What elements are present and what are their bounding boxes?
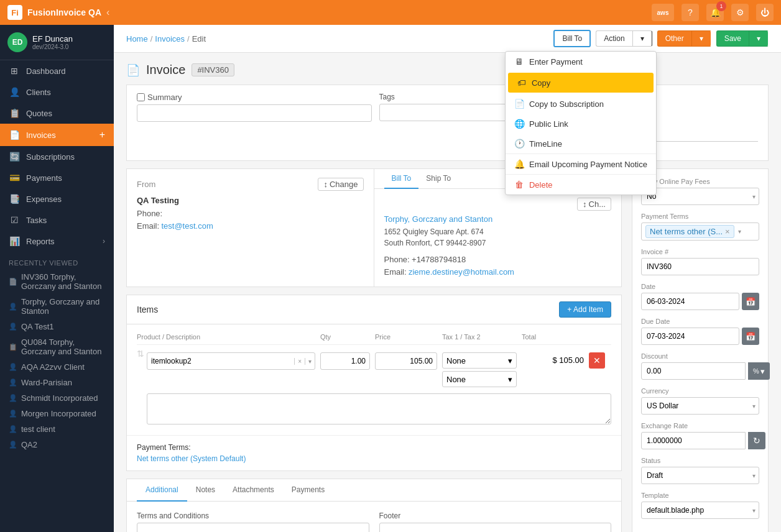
terms-footer-grid: Terms and Conditions Footer (137, 511, 611, 532)
item-tax1-select[interactable]: None▾ (442, 352, 517, 369)
tab-additional[interactable]: Additional (137, 479, 187, 502)
col-tax: Tax 1 / Tax 2 (442, 333, 517, 341)
rp-currency-select[interactable]: US Dollar (641, 397, 759, 415)
tab-payments[interactable]: Payments (283, 479, 333, 501)
save-button-group: Save ▾ (716, 30, 769, 47)
action-dropdown-toggle[interactable]: ▾ (632, 30, 652, 47)
sidebar-item-tasks[interactable]: ☑ Tasks (0, 209, 114, 231)
rp-discount-type-button[interactable]: %▾ (748, 362, 770, 380)
from-change-button[interactable]: ↕ Change (318, 178, 363, 191)
recent-item-8[interactable]: 👤 test client (0, 421, 114, 437)
from-name: QA Testing (137, 196, 364, 205)
rp-date-calendar-button[interactable]: 📅 (742, 293, 759, 310)
sidebar-item-payments[interactable]: 💳 Payments (0, 167, 114, 188)
col-product: Product / Description (137, 333, 315, 341)
dropdown-timeline[interactable]: 🕐 TimeLine (506, 134, 656, 154)
recent-item-5[interactable]: 👤 Ward-Parisian (0, 375, 114, 390)
rp-discount-input[interactable] (641, 362, 746, 380)
payment-terms-row: Payment Terms: Net terms other (System D… (127, 435, 621, 470)
sidebar-item-quotes[interactable]: 📋 Quotes (0, 103, 114, 124)
rp-status-field: Status Draft Sent Paid (641, 457, 759, 484)
settings-btn[interactable]: ⚙ (731, 4, 749, 21)
dropdown-enter-payment[interactable]: 🖥 Enter Payment (506, 52, 656, 71)
tab-attachments[interactable]: Attachments (224, 479, 283, 501)
rp-exchange-refresh-button[interactable]: ↻ (748, 432, 765, 449)
recent-item-0[interactable]: 📄 INV360 Torphy, Gorczany and Stanton (0, 269, 114, 294)
recent-item-6[interactable]: 👤 Schmidt Incorporated (0, 390, 114, 406)
breadcrumb-home[interactable]: Home (126, 34, 148, 44)
dropdown-copy[interactable]: 🏷 Copy (508, 73, 654, 93)
sidebar-item-clients[interactable]: 👤 Clients (0, 81, 114, 103)
dropdown-email-notice[interactable]: 🔔 Email Upcoming Payment Notice (506, 154, 656, 174)
item-description-textarea[interactable] (147, 393, 611, 424)
help-btn[interactable]: ? (682, 4, 699, 21)
save-dropdown-toggle[interactable]: ▾ (749, 30, 769, 47)
rp-allow-online-select[interactable]: No Yes (641, 188, 759, 205)
sidebar-item-label: Invoices (26, 131, 56, 140)
other-button[interactable]: Other (657, 30, 691, 47)
dropdown-public-link[interactable]: 🌐 Public Link (506, 114, 656, 134)
bill-to-button[interactable]: Bill To (553, 30, 591, 47)
summary-input[interactable] (137, 104, 372, 122)
recent-item-2[interactable]: 👤 QA Test1 (0, 319, 114, 334)
item-select-clear[interactable]: × (295, 358, 305, 365)
rp-due-date-input[interactable] (641, 328, 739, 345)
aws-btn[interactable]: aws (652, 4, 674, 21)
rp-exchange-field: Exchange Rate ↻ (641, 422, 759, 449)
item-product-input[interactable] (147, 357, 294, 365)
drag-handle-icon[interactable]: ⇅ (137, 349, 144, 359)
tab-bill-to[interactable]: Bill To (384, 169, 419, 189)
item-tax2-select[interactable]: None▾ (442, 371, 517, 387)
tasks-icon: ☑ (9, 215, 20, 225)
recent-item-1[interactable]: 👤 Torphy, Gorczany and Stanton (0, 294, 114, 319)
item-qty-input[interactable] (320, 352, 370, 370)
items-title: Items (137, 305, 158, 314)
add-invoice-btn[interactable]: + (99, 129, 105, 140)
table-row: ⇅ × ▾ (137, 345, 611, 430)
item-delete-button[interactable]: ✕ (589, 352, 605, 369)
terms-textarea[interactable] (137, 523, 369, 532)
payment-terms-tag-close[interactable]: × (725, 227, 730, 236)
item-price-input[interactable] (375, 352, 437, 370)
rp-invoice-num-field: Invoice # (641, 248, 759, 275)
item-row-wrapper: ⇅ × ▾ (137, 349, 611, 426)
recent-item-3[interactable]: 📋 QU084 Torphy, Gorczany and Stanton (0, 334, 114, 359)
notifications-btn[interactable]: 🔔 1 (706, 4, 724, 21)
save-button[interactable]: Save (716, 30, 749, 47)
rp-payment-terms-tags[interactable]: Net terms other (S... × ▾ (641, 222, 759, 241)
sidebar-item-subscriptions[interactable]: 🔄 Subscriptions (0, 146, 114, 167)
rp-exchange-input[interactable] (641, 432, 746, 449)
bill-to-change-button[interactable]: ↕ Ch... (577, 198, 611, 211)
rp-template-select[interactable]: default.blade.php (641, 502, 759, 519)
rp-date-input[interactable] (641, 293, 739, 310)
sidebar-item-invoices[interactable]: 📄 Invoices + (0, 124, 114, 146)
sidebar-item-reports[interactable]: 📊 Reports › (0, 231, 114, 252)
client-name[interactable]: Torphy, Gorczany and Stanton (384, 214, 612, 224)
dropdown-delete[interactable]: 🗑 Delete (506, 175, 656, 195)
sidebar-item-dashboard[interactable]: ⊞ Dashboard (0, 60, 114, 81)
rp-currency-field: Currency US Dollar (641, 387, 759, 415)
item-product-select[interactable]: × ▾ (147, 352, 315, 370)
action-button[interactable]: Action (596, 30, 632, 47)
item-row-grid: × ▾ (147, 349, 611, 391)
item-select-open[interactable]: ▾ (305, 358, 315, 365)
breadcrumb-invoices[interactable]: Invoices (155, 34, 185, 44)
summary-checkbox[interactable] (137, 93, 145, 101)
rp-invoice-num-input[interactable] (641, 258, 759, 275)
footer-textarea[interactable] (379, 523, 612, 532)
recent-icon-6: 👤 (9, 394, 17, 402)
recent-item-4[interactable]: 👤 AQA A2zvv Client (0, 359, 114, 375)
power-btn[interactable]: ⏻ (756, 4, 774, 21)
rp-due-date-calendar-button[interactable]: 📅 (742, 328, 759, 345)
other-dropdown-toggle[interactable]: ▾ (691, 30, 711, 47)
tab-notes[interactable]: Notes (187, 479, 224, 501)
rp-status-select[interactable]: Draft Sent Paid (641, 467, 759, 484)
recent-item-9[interactable]: 👤 QA2 (0, 437, 114, 452)
dropdown-copy-subscription[interactable]: 📄 Copy to Subscription (506, 94, 656, 114)
clients-icon: 👤 (9, 87, 20, 97)
sidebar-item-expenses[interactable]: 📑 Expenses (0, 188, 114, 209)
add-item-button[interactable]: + Add Item (559, 301, 611, 318)
collapse-sidebar-icon[interactable]: ‹ (106, 7, 109, 18)
tab-ship-to[interactable]: Ship To (418, 169, 458, 188)
recent-item-7[interactable]: 👤 Morgen Incorporated (0, 406, 114, 421)
